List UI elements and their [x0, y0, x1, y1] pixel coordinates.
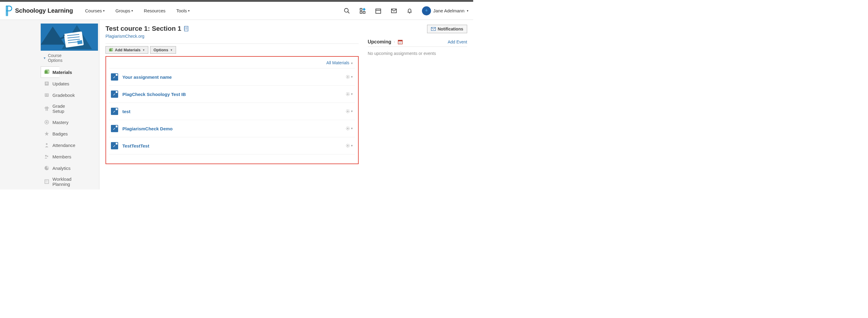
svg-rect-101: [346, 146, 347, 147]
svg-rect-73: [349, 93, 349, 93]
material-row[interactable]: TestTestTest ▼: [109, 137, 355, 154]
members-icon: [44, 153, 50, 160]
brand-logo[interactable]: Schoology Learning: [5, 5, 73, 16]
svg-point-75: [347, 111, 348, 112]
nav-resources[interactable]: Resources: [144, 8, 165, 13]
svg-rect-29: [47, 94, 48, 94]
chevron-down-icon: ▾: [103, 9, 104, 12]
svg-rect-97: [349, 145, 350, 146]
svg-rect-46: [47, 182, 47, 182]
notifications-button[interactable]: Notifications: [427, 25, 467, 33]
material-title[interactable]: Your assignment name: [122, 75, 172, 80]
svg-rect-2: [360, 8, 362, 10]
course-options-toggle[interactable]: ▼ Course Options: [41, 51, 59, 66]
chevron-down-icon: ▾: [188, 9, 190, 12]
sidebar-item-workload[interactable]: Workload Planning: [41, 174, 59, 190]
mail-icon[interactable]: [391, 7, 397, 14]
avatar: [422, 6, 431, 16]
sidebar-item-label: Workload Planning: [53, 176, 71, 187]
brand-name: Schoology Learning: [15, 7, 73, 14]
options-label: Options: [153, 48, 168, 52]
sidebar-item-analytics[interactable]: Analytics: [41, 162, 59, 174]
svg-rect-71: [346, 93, 347, 93]
sidebar: ▼ Course Options Materials Updates Grade…: [0, 20, 99, 190]
svg-rect-95: [347, 147, 348, 148]
svg-rect-65: [346, 78, 347, 78]
user-menu[interactable]: Jane Adelmann ▾: [422, 6, 468, 16]
add-event-link[interactable]: Add Event: [447, 39, 467, 45]
material-row[interactable]: PlagCheck Schoology Test IB ▼: [109, 85, 355, 103]
sidebar-item-badges[interactable]: Badges: [41, 128, 59, 139]
svg-rect-79: [349, 111, 350, 111]
material-title[interactable]: TestTestTest: [122, 143, 149, 148]
svg-rect-60: [346, 77, 347, 77]
apps-icon[interactable]: [359, 7, 366, 14]
sidebar-item-mastery[interactable]: Mastery: [41, 116, 59, 128]
material-settings[interactable]: ▼: [346, 126, 353, 131]
assignment-icon: [111, 108, 118, 115]
add-materials-button[interactable]: Add Materials ▼: [105, 46, 148, 54]
nav-courses[interactable]: Courses▾: [85, 8, 104, 13]
caret-down-icon: ▼: [350, 110, 353, 113]
material-settings[interactable]: ▼: [346, 92, 353, 96]
bell-icon[interactable]: [406, 7, 413, 14]
page-title-row: Test cource 1: Section 1: [105, 25, 359, 33]
svg-rect-74: [346, 95, 347, 95]
materials-highlight-box: All Materials▼ Your assignment name ▼ Pl…: [105, 56, 359, 164]
caret-down-icon: ▼: [350, 76, 353, 79]
sidebar-item-updates[interactable]: Updates: [41, 78, 59, 89]
material-title[interactable]: PlagiarismCheck Demo: [122, 126, 173, 131]
course-options-label: Course Options: [48, 53, 62, 63]
sidebar-item-members[interactable]: Members: [41, 151, 59, 162]
sidebar-item-gradebook[interactable]: Gradebook: [41, 89, 59, 101]
svg-rect-3: [360, 11, 362, 13]
options-button[interactable]: Options ▼: [150, 46, 176, 54]
badges-icon: [44, 131, 50, 137]
course-thumbnail[interactable]: [41, 24, 98, 51]
svg-rect-78: [346, 111, 347, 111]
sidebar-item-materials[interactable]: Materials: [41, 66, 59, 78]
svg-text:17: 17: [399, 41, 401, 44]
material-settings[interactable]: ▼: [346, 75, 353, 79]
svg-rect-5: [363, 8, 365, 10]
svg-rect-85: [347, 127, 348, 127]
all-materials-filter[interactable]: All Materials▼: [109, 59, 355, 68]
svg-point-0: [344, 8, 348, 12]
nav-tools[interactable]: Tools▾: [176, 8, 190, 13]
svg-rect-59: [347, 78, 348, 79]
material-title[interactable]: test: [122, 109, 130, 114]
material-row[interactable]: Your assignment name ▼: [109, 68, 355, 85]
caret-down-icon: ▼: [142, 49, 145, 52]
sidebar-item-label: Materials: [53, 70, 72, 75]
svg-rect-88: [349, 128, 350, 128]
sidebar-item-label: Analytics: [53, 166, 70, 171]
nav-groups[interactable]: Groups▾: [116, 8, 133, 13]
main-left-column: Test cource 1: Section 1 PlagiarismCheck…: [105, 25, 359, 185]
material-title[interactable]: PlagCheck Schoology Test IB: [122, 92, 186, 97]
calendar-icon[interactable]: [375, 7, 381, 14]
material-settings[interactable]: ▼: [346, 144, 353, 148]
calendar-small-icon[interactable]: 17: [398, 39, 403, 45]
sidebar-item-attendance[interactable]: Attendance: [41, 139, 59, 151]
analytics-icon: [44, 165, 50, 171]
svg-rect-90: [349, 129, 349, 130]
svg-rect-91: [349, 127, 349, 127]
svg-rect-92: [346, 129, 347, 130]
caret-down-icon: ▼: [170, 49, 173, 52]
updates-icon: [44, 81, 50, 87]
main-right-column: Notifications Upcoming · 17 Add Event No…: [368, 25, 467, 185]
svg-rect-33: [47, 107, 48, 111]
material-row[interactable]: PlagiarismCheck Demo ▼: [109, 120, 355, 137]
page-body: ▼ Course Options Materials Updates Grade…: [0, 20, 473, 190]
material-settings[interactable]: ▼: [346, 109, 353, 113]
attendance-icon: [44, 142, 50, 148]
sidebar-item-grade-setup[interactable]: Grade Setup: [41, 101, 59, 116]
caret-down-icon: ▼: [350, 62, 353, 65]
org-link[interactable]: PlagiarismCheck.org: [105, 34, 359, 39]
svg-rect-30: [45, 95, 47, 96]
material-row[interactable]: test ▼: [109, 103, 355, 120]
svg-rect-70: [349, 94, 350, 94]
notifications-label: Notifications: [438, 27, 463, 31]
svg-point-38: [46, 143, 47, 145]
search-icon[interactable]: [344, 7, 350, 14]
